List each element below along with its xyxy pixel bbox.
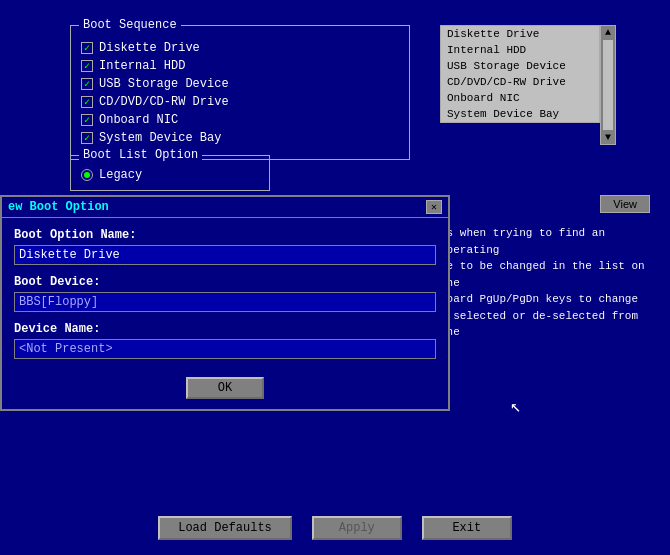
- ok-button[interactable]: OK: [186, 377, 264, 399]
- boot-item-system[interactable]: ✓ System Device Bay: [81, 131, 399, 145]
- device-name-label: Device Name:: [14, 322, 436, 336]
- boot-device-label: Boot Device:: [14, 275, 436, 289]
- checkbox-hdd[interactable]: ✓: [81, 60, 93, 72]
- dialog-body: Boot Option Name: Boot Device: Device Na…: [2, 218, 448, 409]
- checkbox-nic[interactable]: ✓: [81, 114, 93, 126]
- dialog-close-button[interactable]: ✕: [426, 200, 442, 214]
- right-list-item-dvd[interactable]: CD/DVD/CD-RW Drive: [441, 74, 599, 90]
- scroll-thumb[interactable]: [602, 39, 614, 131]
- right-list-item-system[interactable]: System Device Bay: [441, 106, 599, 122]
- checkbox-dvd[interactable]: ✓: [81, 96, 93, 108]
- dialog-title-bar: ew Boot Option ✕: [2, 197, 448, 218]
- bottom-bar: Load Defaults Apply Exit: [0, 516, 670, 540]
- boot-option-name-label: Boot Option Name:: [14, 228, 436, 242]
- close-icon: ✕: [431, 201, 437, 213]
- boot-sequence-title: Boot Sequence: [79, 18, 181, 32]
- device-name-input[interactable]: [14, 339, 436, 359]
- boot-item-diskette[interactable]: ✓ Diskette Drive: [81, 41, 399, 55]
- load-defaults-button[interactable]: Load Defaults: [158, 516, 292, 540]
- boot-device-input[interactable]: [14, 292, 436, 312]
- boot-item-dvd[interactable]: ✓ CD/DVD/CD-RW Drive: [81, 95, 399, 109]
- boot-item-hdd[interactable]: ✓ Internal HDD: [81, 59, 399, 73]
- boot-item-label-nic: Onboard NIC: [99, 113, 178, 127]
- dialog-title-text: ew Boot Option: [8, 200, 109, 214]
- right-scrollbar[interactable]: ▲ ▼: [600, 25, 616, 145]
- checkbox-diskette[interactable]: ✓: [81, 42, 93, 54]
- new-boot-option-dialog: ew Boot Option ✕ Boot Option Name: Boot …: [0, 195, 450, 411]
- right-list-item-hdd[interactable]: Internal HDD: [441, 42, 599, 58]
- right-list-item-nic[interactable]: Onboard NIC: [441, 90, 599, 106]
- legacy-radio-item[interactable]: Legacy: [81, 168, 259, 182]
- right-list-item-usb[interactable]: USB Storage Device: [441, 58, 599, 74]
- boot-item-label-dvd: CD/DVD/CD-RW Drive: [99, 95, 229, 109]
- boot-item-nic[interactable]: ✓ Onboard NIC: [81, 113, 399, 127]
- bios-screen: Boot Sequence ✓ Diskette Drive ✓ Interna…: [0, 0, 670, 555]
- checkbox-system[interactable]: ✓: [81, 132, 93, 144]
- boot-item-label-diskette: Diskette Drive: [99, 41, 200, 55]
- checkbox-usb[interactable]: ✓: [81, 78, 93, 90]
- boot-list-option-box: Boot List Option Legacy: [70, 155, 270, 191]
- exit-button[interactable]: Exit: [422, 516, 512, 540]
- scroll-up-arrow[interactable]: ▲: [604, 26, 612, 39]
- legacy-label: Legacy: [99, 168, 142, 182]
- right-list-item-diskette[interactable]: Diskette Drive: [441, 26, 599, 42]
- legacy-radio[interactable]: [81, 169, 93, 181]
- mouse-cursor: ↖: [510, 395, 522, 413]
- right-boot-list: Diskette Drive Internal HDD USB Storage …: [440, 25, 600, 123]
- boot-sequence-box: Boot Sequence ✓ Diskette Drive ✓ Interna…: [70, 25, 410, 160]
- scroll-down-arrow[interactable]: ▼: [604, 131, 612, 144]
- legacy-radio-dot: [84, 172, 90, 178]
- boot-item-usb[interactable]: ✓ USB Storage Device: [81, 77, 399, 91]
- apply-button[interactable]: Apply: [312, 516, 402, 540]
- boot-item-label-system: System Device Bay: [99, 131, 221, 145]
- boot-item-label-hdd: Internal HDD: [99, 59, 185, 73]
- view-button[interactable]: View: [600, 195, 650, 213]
- info-text: es when trying to find an operating ce t…: [440, 225, 650, 341]
- boot-option-name-input[interactable]: [14, 245, 436, 265]
- boot-list-option-title: Boot List Option: [79, 148, 202, 162]
- dialog-ok-row: OK: [14, 377, 436, 399]
- boot-item-label-usb: USB Storage Device: [99, 77, 229, 91]
